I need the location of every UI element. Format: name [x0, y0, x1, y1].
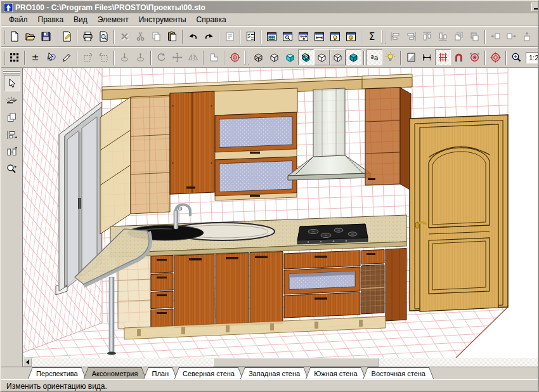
- align-left-button[interactable]: [387, 29, 403, 44]
- scroll-left-button[interactable]: [23, 358, 32, 367]
- print-preview-button[interactable]: [96, 29, 112, 44]
- color-view-button[interactable]: [282, 49, 298, 65]
- pointer-button[interactable]: [43, 49, 59, 65]
- svg-text:1: 1: [350, 36, 352, 39]
- light-button[interactable]: [382, 49, 398, 65]
- edit-document-button[interactable]: [59, 29, 75, 44]
- center-view-button[interactable]: [227, 49, 243, 65]
- toolbar-gripper[interactable]: [4, 30, 5, 44]
- zoom-tool-button[interactable]: [4, 160, 20, 177]
- mirror-button[interactable]: [185, 49, 201, 65]
- redo-button[interactable]: [201, 29, 217, 44]
- clone-tool-button[interactable]: [4, 109, 20, 126]
- tab-axonometry[interactable]: Аксонометрия: [84, 367, 146, 379]
- shift-left-button[interactable]: [488, 29, 503, 44]
- print-button[interactable]: [80, 29, 96, 44]
- white-view-button[interactable]: [266, 49, 282, 65]
- align-bottom-button[interactable]: [435, 29, 451, 44]
- wireframe-view-button[interactable]: [250, 49, 266, 65]
- horizontal-scrollbar[interactable]: [23, 358, 538, 367]
- shading-button[interactable]: [403, 49, 419, 65]
- new-button[interactable]: [6, 29, 22, 44]
- right-wall-cabinet[interactable]: [362, 74, 412, 190]
- contour-view-button[interactable]: [314, 49, 330, 65]
- distribute-tool-button[interactable]: [4, 143, 20, 160]
- menu-edit[interactable]: Правка: [33, 14, 69, 25]
- dimensions-window-button[interactable]: [311, 29, 327, 44]
- menu-file[interactable]: Файл: [4, 14, 33, 25]
- shift-down-button[interactable]: [535, 29, 539, 44]
- textured-view-button[interactable]: [298, 49, 314, 65]
- report-window-button[interactable]: [264, 29, 280, 44]
- toolbar-gripper[interactable]: [385, 30, 386, 44]
- price-window-button[interactable]: 1: [343, 29, 359, 44]
- send-to-back-button[interactable]: [467, 29, 483, 44]
- flip-vertical-button[interactable]: [117, 49, 133, 65]
- align-tool-button[interactable]: [4, 126, 20, 143]
- copy-button[interactable]: [148, 29, 164, 44]
- minimize-button[interactable]: [531, 3, 538, 11]
- tab-perspective[interactable]: Перспектива: [28, 367, 86, 379]
- menu-element[interactable]: Элемент: [93, 14, 134, 25]
- shift-up-button[interactable]: [519, 29, 535, 44]
- glass-wall-cabinets[interactable]: [214, 88, 297, 200]
- grid-button[interactable]: [435, 49, 451, 65]
- flip-horizontal-button[interactable]: [133, 49, 148, 65]
- undo-button[interactable]: [185, 29, 201, 44]
- corner-profile-button[interactable]: [206, 49, 222, 65]
- wall-cabinet[interactable]: [170, 91, 214, 194]
- snap-magnet-button[interactable]: [451, 49, 467, 65]
- sum-button[interactable]: Σ: [364, 29, 380, 44]
- rotate-button[interactable]: [153, 49, 169, 65]
- gas-hob[interactable]: [297, 224, 368, 244]
- bring-to-front-button[interactable]: [451, 29, 467, 44]
- align-top-button[interactable]: [419, 29, 435, 44]
- tab-south-wall[interactable]: Южная стена: [306, 367, 365, 379]
- move-button[interactable]: [169, 49, 185, 65]
- rotate-frame-left-button[interactable]: [80, 49, 96, 65]
- toolbar-gripper[interactable]: [381, 30, 382, 44]
- save-button[interactable]: [38, 29, 54, 44]
- toolbar-gripper[interactable]: [4, 51, 5, 65]
- delete-button[interactable]: [117, 29, 133, 44]
- tab-east-wall[interactable]: Восточная стена: [363, 367, 434, 379]
- center-target-button[interactable]: [488, 49, 503, 65]
- preview-window-button[interactable]: [280, 29, 295, 44]
- snap-center-button[interactable]: [467, 49, 483, 65]
- base-cabinets[interactable]: [118, 249, 406, 340]
- open-button[interactable]: [22, 29, 38, 44]
- entry-door[interactable]: [410, 115, 508, 311]
- light-window-button[interactable]: [327, 29, 343, 44]
- select-tool-button[interactable]: [4, 75, 20, 91]
- cut-button[interactable]: [133, 29, 148, 44]
- paste-button[interactable]: [164, 29, 180, 44]
- menu-tools[interactable]: Инструменты: [134, 14, 192, 25]
- worktop-tool-button[interactable]: [4, 92, 20, 108]
- pencil-button[interactable]: [59, 49, 75, 65]
- menu-view[interactable]: Вид: [68, 14, 93, 25]
- title-bar[interactable]: PRO100 - C:\Program Files\PROSTO\Проекты…: [1, 1, 538, 13]
- rotate-frame-right-button[interactable]: [96, 49, 112, 65]
- scrollbar-thumb[interactable]: [213, 358, 379, 367]
- shift-right-button[interactable]: [503, 29, 519, 44]
- solid-view-button[interactable]: [346, 49, 361, 65]
- toolbar-gripper[interactable]: [244, 51, 245, 65]
- grid-cube-view-button[interactable]: [330, 49, 346, 65]
- align-right-button[interactable]: [403, 29, 419, 44]
- scale-value[interactable]: 1:20: [526, 52, 539, 63]
- dimensions-button[interactable]: [419, 49, 435, 65]
- tab-west-wall[interactable]: Западная стена: [240, 367, 308, 379]
- structure-window-button[interactable]: [295, 29, 311, 44]
- tab-plan[interactable]: План: [143, 367, 177, 379]
- plus-minus-button[interactable]: ±: [27, 49, 43, 65]
- checklist-button[interactable]: [243, 29, 259, 44]
- zoom-in-button[interactable]: [509, 49, 524, 65]
- scale-combo[interactable]: 1:20: [526, 52, 539, 63]
- properties-button[interactable]: [222, 29, 238, 44]
- menu-help[interactable]: Справка: [192, 14, 231, 25]
- labels-button[interactable]: ªa: [367, 49, 382, 65]
- tab-north-wall[interactable]: Северная стена: [174, 367, 243, 379]
- drawing-canvas[interactable]: [23, 68, 538, 367]
- selection-frame-button[interactable]: [6, 49, 22, 65]
- toolbar-gripper[interactable]: [248, 51, 249, 65]
